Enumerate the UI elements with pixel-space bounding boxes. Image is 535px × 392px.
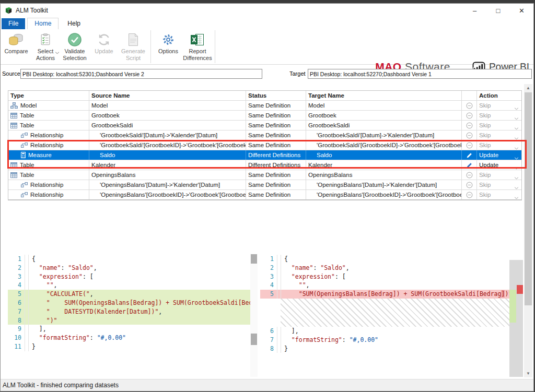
tab-file[interactable]: File (2, 18, 25, 29)
chevron-down-icon[interactable] (514, 124, 519, 130)
table-icon (10, 162, 17, 168)
line-number: 2 (260, 264, 277, 272)
target-name-cell: GrootboekSaldi (306, 121, 462, 130)
action-dropdown[interactable]: Skip (477, 140, 521, 150)
table-row[interactable]: Relationship'GrootboekSaldi'[Datum]->'Ka… (8, 130, 521, 140)
line-number: 9 (8, 325, 25, 334)
code-line: 1{ (260, 255, 509, 264)
line-number: 7 (260, 336, 277, 345)
excel-icon (190, 31, 205, 48)
tab-home[interactable]: Home (27, 18, 59, 29)
code-line: 7 " DATESYTD(Kalender[Datum])", (8, 307, 250, 316)
connection-row: Source Target (1, 69, 533, 79)
generate-script-button: Generate Script (119, 29, 148, 64)
code-line: 7 "formatString": "#,0.00" (260, 336, 509, 345)
action-dropdown[interactable]: Skip (477, 111, 521, 120)
table-row[interactable]: Relationship'GrootboekSaldi'[GrootboekID… (8, 140, 521, 150)
table-row[interactable]: MeasureSaldoDifferent DefinitionsSaldoUp… (8, 150, 521, 160)
table-row[interactable]: TableOpeningsBalansSame DefinitionOpenin… (8, 170, 521, 180)
report-differences-button[interactable]: Report Differences (183, 29, 212, 64)
table-row[interactable]: TableKalenderDifferent DefinitionsKalend… (8, 160, 521, 170)
chevron-down-icon[interactable] (514, 173, 519, 180)
measure-icon (21, 152, 26, 158)
type-cell: Relationship (8, 180, 89, 189)
line-number: 2 (8, 264, 25, 272)
chevron-down-icon[interactable] (514, 153, 519, 160)
target-name-cell: Model (306, 101, 462, 110)
scrollbar-thumb[interactable] (251, 334, 257, 345)
options-gear-icon (161, 31, 176, 48)
close-button[interactable]: ✕ (510, 4, 533, 17)
table-row[interactable]: TableGrootboekSaldiSame DefinitionGrootb… (8, 121, 521, 130)
line-number: 3 (260, 272, 277, 281)
source-name-cell: Model (89, 101, 246, 110)
left-pane-scrollbar[interactable] (250, 254, 258, 377)
action-dropdown[interactable]: Update (477, 150, 521, 160)
action-dropdown[interactable]: Skip (477, 130, 521, 140)
button-label: Generate Script (119, 48, 148, 62)
chevron-down-icon[interactable] (514, 163, 519, 170)
minimize-button[interactable]: – (463, 4, 486, 17)
chevron-down-icon[interactable] (514, 114, 519, 120)
table-row[interactable]: ModelModelSame DefinitionModelSkip (8, 101, 521, 111)
chevron-down-icon[interactable] (514, 104, 519, 110)
options-button[interactable]: Options (154, 29, 183, 64)
target-input[interactable] (308, 69, 532, 79)
action-dropdown[interactable]: Skip (477, 190, 521, 199)
column-header-status[interactable]: Status (246, 91, 306, 100)
column-header-edit-mark[interactable] (462, 91, 477, 100)
title-bar: ALM Toolkit –□✕ (1, 4, 533, 17)
table-row[interactable]: Relationship'OpeningsBalans'[GrootboekID… (8, 190, 521, 200)
target-name-cell: 'OpeningsBalans'[GrootboekID]->'Grootboe… (306, 190, 462, 199)
relationship-icon (21, 192, 28, 197)
action-dropdown[interactable]: Skip (477, 101, 521, 110)
select-actions-button[interactable]: Select Actions (31, 29, 60, 64)
maximize-button[interactable]: □ (486, 4, 510, 17)
code-line: 6 " SUM(OpeningsBalans[Bedrag]) + SUM(Gr… (8, 299, 250, 307)
table-row[interactable]: Relationship'OpeningsBalans'[Datum]->'Ka… (8, 180, 521, 190)
action-dropdown[interactable]: Skip (477, 180, 521, 189)
button-label: Report Differences (183, 48, 212, 62)
scroll-down-arrow-icon[interactable]: ▼ (524, 370, 532, 377)
alm-toolkit-window: ALM Toolkit –□✕ FileHomeHelp CompareSele… (0, 3, 534, 391)
relationship-icon (21, 142, 28, 148)
diff-overview-ruler (509, 260, 523, 377)
source-input[interactable] (20, 69, 262, 79)
scrollbar-thumb[interactable] (251, 254, 257, 264)
column-header-action[interactable]: Action (477, 91, 521, 100)
source-definition-pane: 1{2 "name": "Saldo",3 "expression": [4 "… (8, 254, 250, 381)
line-number: 3 (8, 272, 25, 281)
chevron-down-icon[interactable] (514, 134, 519, 140)
line-number: 4 (8, 281, 25, 290)
line-number: 4 (260, 281, 277, 290)
group-separator (215, 30, 215, 63)
compare-button[interactable]: Compare (2, 29, 31, 64)
action-dropdown[interactable]: Skip (477, 121, 521, 130)
chevron-down-icon[interactable] (514, 193, 519, 199)
source-name-cell: 'GrootboekSaldi'[Datum]->'Kalender'[Datu… (89, 130, 246, 140)
update-button: Update (89, 29, 119, 64)
code-line: 3 "expression": [ (8, 272, 250, 281)
source-name-cell: 'OpeningsBalans'[GrootboekID]->'Grootboe… (89, 190, 246, 199)
column-header-type[interactable]: Type (8, 91, 89, 100)
column-header-target-name[interactable]: Target Name (306, 91, 462, 100)
action-dropdown[interactable]: Skip (477, 170, 521, 180)
comparison-grid: TypeSource NameStatusTarget NameActionMo… (8, 90, 522, 200)
chevron-down-icon[interactable] (514, 183, 519, 189)
chevron-down-icon[interactable] (514, 144, 519, 150)
table-row[interactable]: TableGrootboekSame DefinitionGrootboekSk… (8, 111, 521, 121)
tab-help[interactable]: Help (61, 18, 87, 29)
app-icon (5, 7, 13, 15)
dropdown-chevron-icon[interactable] (55, 49, 60, 56)
validate-icon (67, 31, 82, 48)
button-label: Validate Selection (60, 48, 89, 62)
validate-selection-button[interactable]: Validate Selection (60, 29, 89, 64)
grid-vertical-scrollbar[interactable]: ▲ ▼ (524, 84, 532, 377)
scrollbar-thumb[interactable] (525, 92, 532, 305)
action-dropdown[interactable]: Update (477, 160, 521, 170)
skip-minus-icon (462, 170, 477, 180)
scroll-up-arrow-icon[interactable]: ▲ (524, 84, 532, 92)
table-icon (10, 172, 17, 178)
column-header-source-name[interactable]: Source Name (89, 91, 246, 100)
source-name-cell: 'OpeningsBalans'[Datum]->'Kalender'[Datu… (89, 180, 246, 189)
